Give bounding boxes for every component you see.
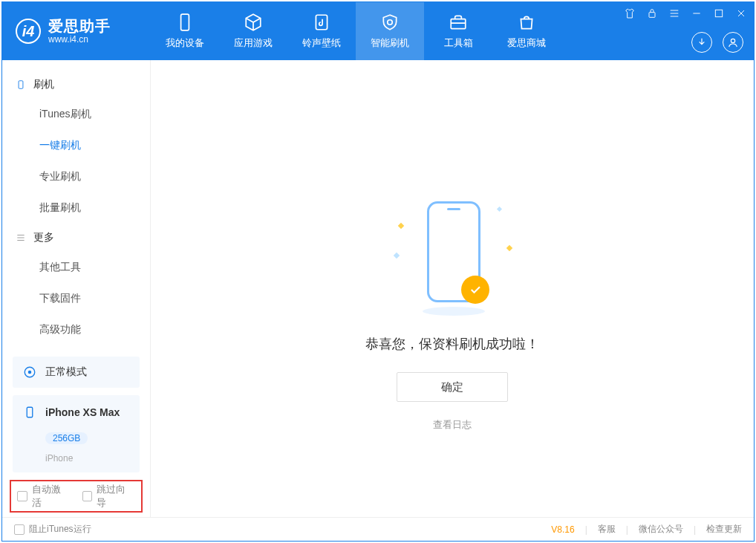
spark-icon bbox=[394, 253, 400, 259]
svg-rect-3 bbox=[649, 13, 655, 18]
download-button[interactable] bbox=[691, 32, 712, 53]
user-button[interactable] bbox=[723, 32, 743, 53]
svg-point-5 bbox=[731, 39, 734, 42]
maximize-button[interactable] bbox=[712, 7, 726, 20]
device-phone-icon bbox=[22, 404, 38, 420]
status-bar: 阻止iTunes运行 V8.16 | 客服 | 微信公众号 | 检查更新 bbox=[2, 517, 754, 541]
minimize-button[interactable] bbox=[690, 7, 703, 20]
spark-icon bbox=[398, 223, 404, 229]
view-log-link[interactable]: 查看日志 bbox=[433, 418, 472, 432]
mode-icon bbox=[22, 364, 38, 380]
lock-icon[interactable] bbox=[645, 7, 659, 20]
version-label: V8.16 bbox=[551, 524, 574, 535]
bottom-options-highlight: 自动激活 跳过向导 bbox=[10, 480, 143, 513]
refresh-shield-icon bbox=[380, 13, 400, 32]
sidebar-item-other-tools[interactable]: 其他工具 bbox=[2, 252, 150, 283]
mode-card[interactable]: 正常模式 bbox=[13, 357, 140, 388]
checkbox-auto-activate[interactable]: 自动激活 bbox=[17, 483, 71, 510]
sidebar: 刷机 iTunes刷机 一键刷机 专业刷机 批量刷机 更多 其他工具 下载固件 … bbox=[2, 60, 151, 517]
checkbox-block-itunes[interactable]: 阻止iTunes运行 bbox=[14, 523, 91, 536]
sidebar-item-itunes-flash[interactable]: iTunes刷机 bbox=[2, 99, 150, 130]
success-illustration bbox=[393, 201, 512, 320]
sidebar-item-pro-flash[interactable]: 专业刷机 bbox=[2, 161, 150, 192]
svg-point-8 bbox=[28, 371, 32, 374]
check-badge-icon bbox=[461, 276, 489, 304]
device-capacity: 256GB bbox=[45, 432, 88, 444]
checkbox-icon bbox=[82, 491, 93, 501]
checkbox-icon bbox=[14, 524, 25, 535]
svg-rect-0 bbox=[181, 14, 189, 30]
svg-rect-2 bbox=[451, 19, 466, 29]
nav-apps[interactable]: 应用游戏 bbox=[219, 2, 287, 60]
app-window: i4 爱思助手 www.i4.cn 我的设备 应用游戏 铃声壁纸 智能刷机 bbox=[1, 1, 755, 542]
svg-rect-9 bbox=[27, 407, 33, 417]
close-button[interactable] bbox=[734, 7, 748, 20]
music-file-icon bbox=[312, 13, 331, 32]
cube-icon bbox=[244, 13, 263, 32]
svg-rect-1 bbox=[316, 15, 327, 30]
status-link-update[interactable]: 检查更新 bbox=[706, 523, 742, 536]
sidebar-item-download-firmware[interactable]: 下载固件 bbox=[2, 283, 150, 314]
sidebar-section-more[interactable]: 更多 bbox=[2, 224, 150, 252]
menu-icon[interactable] bbox=[668, 7, 681, 20]
success-message: 恭喜您，保资料刷机成功啦！ bbox=[365, 335, 539, 353]
bag-icon bbox=[517, 13, 536, 32]
title-right-buttons bbox=[691, 32, 743, 53]
sidebar-section-flash[interactable]: 刷机 bbox=[2, 71, 150, 99]
sidebar-item-batch-flash[interactable]: 批量刷机 bbox=[2, 192, 150, 224]
success-hero: 恭喜您，保资料刷机成功啦！ 确定 查看日志 bbox=[365, 201, 539, 432]
nav-store[interactable]: 爱思商城 bbox=[492, 2, 561, 60]
status-link-support[interactable]: 客服 bbox=[598, 523, 616, 536]
list-icon bbox=[16, 233, 26, 243]
status-link-wechat[interactable]: 微信公众号 bbox=[639, 523, 683, 536]
svg-rect-6 bbox=[19, 81, 23, 89]
spark-icon bbox=[506, 245, 512, 251]
main-nav: 我的设备 应用游戏 铃声壁纸 智能刷机 工具箱 爱思商城 bbox=[151, 2, 561, 60]
ok-button[interactable]: 确定 bbox=[397, 372, 508, 402]
spark-icon bbox=[497, 207, 502, 212]
nav-my-device[interactable]: 我的设备 bbox=[151, 2, 219, 60]
main-panel: 恭喜您，保资料刷机成功啦！ 确定 查看日志 bbox=[151, 60, 754, 517]
phone-icon bbox=[175, 13, 195, 32]
window-controls bbox=[623, 7, 748, 20]
nav-ringtone[interactable]: 铃声壁纸 bbox=[287, 2, 356, 60]
brand: i4 爱思助手 www.i4.cn bbox=[2, 2, 151, 60]
device-type: iPhone bbox=[45, 453, 131, 464]
checkbox-skip-guide[interactable]: 跳过向导 bbox=[82, 483, 136, 510]
brand-logo-icon: i4 bbox=[16, 19, 41, 44]
body: 刷机 iTunes刷机 一键刷机 专业刷机 批量刷机 更多 其他工具 下载固件 … bbox=[2, 60, 754, 517]
nav-toolbox[interactable]: 工具箱 bbox=[424, 2, 492, 60]
toolbox-icon bbox=[449, 13, 468, 32]
tshirt-icon[interactable] bbox=[623, 7, 636, 20]
sidebar-item-advanced[interactable]: 高级功能 bbox=[2, 314, 150, 345]
checkbox-icon bbox=[17, 491, 27, 501]
device-icon bbox=[16, 79, 26, 90]
titlebar: i4 爱思助手 www.i4.cn 我的设备 应用游戏 铃声壁纸 智能刷机 bbox=[2, 2, 754, 60]
brand-name: 爱思助手 bbox=[48, 18, 111, 35]
sidebar-item-oneclick-flash[interactable]: 一键刷机 bbox=[2, 130, 150, 161]
svg-rect-4 bbox=[715, 10, 722, 16]
device-card[interactable]: iPhone XS Max 256GB iPhone bbox=[13, 395, 140, 472]
brand-url: www.i4.cn bbox=[48, 35, 111, 45]
device-name: iPhone XS Max bbox=[45, 406, 120, 418]
mode-label: 正常模式 bbox=[45, 365, 87, 379]
nav-flash[interactable]: 智能刷机 bbox=[356, 2, 424, 60]
